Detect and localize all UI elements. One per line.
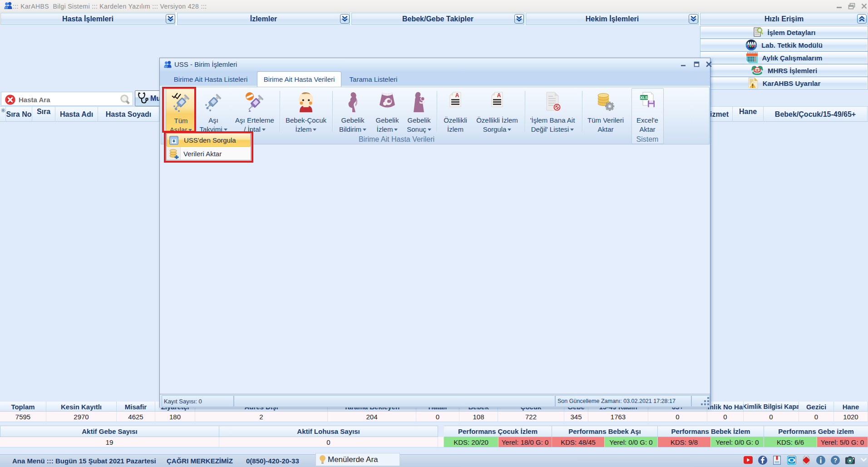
svg-text:?: ? [833, 457, 838, 464]
svg-text:XLS: XLS [640, 95, 648, 100]
svg-text:A: A [455, 92, 459, 99]
svg-text:A: A [497, 92, 501, 99]
svg-text:182: 182 [754, 68, 760, 73]
